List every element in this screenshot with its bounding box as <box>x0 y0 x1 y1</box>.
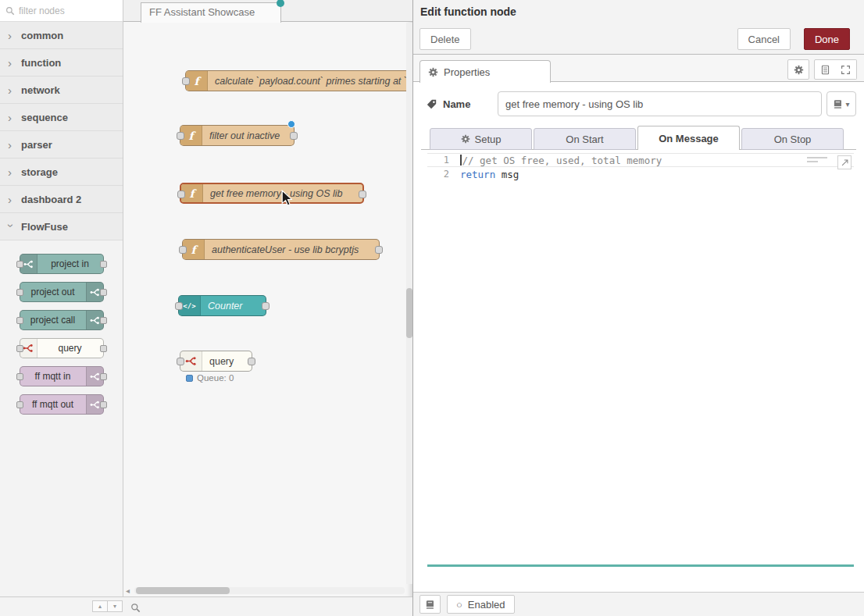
flow-node-calculate-primes[interactable]: f calculate `payload.count` primes start… <box>185 70 412 91</box>
status-dot-icon <box>186 375 193 382</box>
editor-resize-bar[interactable] <box>427 564 854 567</box>
mouse-cursor <box>281 190 292 207</box>
palette-node-label: query <box>37 343 103 354</box>
tab-label: Setup <box>475 134 502 145</box>
tab-label: On Message <box>659 133 719 144</box>
node-status: Queue: 0 <box>186 373 234 383</box>
library-button[interactable] <box>420 595 441 614</box>
line-number: 2 <box>427 169 460 180</box>
tray-content: Name ▾ Setup On Start On Message <box>413 82 864 567</box>
palette-category-sequence[interactable]: › sequence <box>0 104 123 131</box>
node-port-stub <box>100 345 107 352</box>
scrollbar-thumb[interactable] <box>406 288 412 338</box>
tray-title: Edit function node <box>420 5 516 18</box>
search-icon <box>5 6 15 16</box>
palette-search-input[interactable] <box>19 5 105 16</box>
enabled-toggle-button[interactable]: ○ Enabled <box>447 595 515 614</box>
node-output-port[interactable] <box>262 302 270 310</box>
palette-node-project-out[interactable]: project out <box>20 282 104 302</box>
document-icon <box>820 65 830 75</box>
tag-icon <box>427 99 437 109</box>
node-port-stub <box>16 345 23 352</box>
edit-node-tray: Edit function node Delete Cancel Done Pr… <box>412 0 864 616</box>
done-button[interactable]: Done <box>804 28 850 50</box>
node-port-stub <box>100 373 107 380</box>
node-status-text: Queue: 0 <box>197 373 234 383</box>
node-input-port[interactable] <box>179 246 187 254</box>
palette-node-project-call[interactable]: project call <box>20 310 104 330</box>
node-output-port[interactable] <box>375 246 383 254</box>
node-palette: › common › function › network › sequence… <box>0 0 123 596</box>
node-port-stub <box>16 401 23 408</box>
zoom-search-icon[interactable] <box>130 600 141 614</box>
code-editor[interactable]: 1 // get OS free, used, total memory 2 r… <box>427 153 854 567</box>
workspace-tab[interactable]: FF Assistant Showcase <box>141 2 281 23</box>
canvas-vertical-scrollbar[interactable] <box>406 23 412 584</box>
code-text: msg <box>495 169 519 180</box>
library-dropdown-button[interactable]: ▾ <box>827 91 856 116</box>
code-line[interactable]: 1 // get OS free, used, total memory <box>427 153 854 167</box>
node-port-stub <box>100 317 107 324</box>
node-input-port[interactable] <box>177 358 184 365</box>
palette-node-label: project in <box>37 258 103 269</box>
palette-node-label: ff mqtt out <box>20 399 86 410</box>
palette-category-network[interactable]: › network <box>0 77 123 104</box>
expand-tray-button[interactable] <box>835 59 857 80</box>
node-output-port[interactable] <box>290 132 298 140</box>
properties-tab[interactable]: Properties <box>420 60 551 83</box>
node-label: Counter <box>201 301 266 312</box>
palette-category-flowfuse[interactable]: › FlowFuse <box>0 213 123 240</box>
palette-scroll-down-button[interactable]: ▾ <box>107 600 123 612</box>
tab-setup[interactable]: Setup <box>430 128 532 150</box>
scrollbar-thumb[interactable] <box>136 587 230 594</box>
code-line[interactable]: 2 return msg <box>427 167 854 181</box>
palette-category-label: dashboard 2 <box>21 194 81 205</box>
flow-node-filter-out-inactive[interactable]: f filter out inactive <box>180 125 295 146</box>
flow-canvas[interactable]: FF Assistant Showcase f calculate `paylo… <box>123 0 412 596</box>
palette-node-ff-mqtt-out[interactable]: ff mqtt out <box>20 394 104 415</box>
node-input-port[interactable] <box>177 132 184 140</box>
tab-on-stop[interactable]: On Stop <box>741 128 844 150</box>
scroll-left-arrow[interactable]: ◂ <box>126 587 130 595</box>
palette-node-query[interactable]: query <box>20 338 104 358</box>
palette-category-dashboard-2[interactable]: › dashboard 2 <box>0 186 123 213</box>
name-label-text: Name <box>443 98 470 110</box>
node-input-port[interactable] <box>175 302 183 310</box>
node-name-input[interactable] <box>498 91 822 116</box>
node-description-button[interactable] <box>814 59 836 80</box>
palette-search-box[interactable] <box>0 0 123 22</box>
palette-category-storage[interactable]: › storage <box>0 158 123 186</box>
flow-node-authenticate-user[interactable]: f authenticateUser - use lib bcryptjs <box>182 239 380 260</box>
palette-node-ff-mqtt-in[interactable]: ff mqtt in <box>20 366 104 386</box>
node-port-stub <box>16 289 23 296</box>
palette-category-function[interactable]: › function <box>0 49 123 77</box>
tab-on-start[interactable]: On Start <box>534 128 636 150</box>
workspace-tab-label: FF Assistant Showcase <box>149 6 255 18</box>
palette-category-parser[interactable]: › parser <box>0 131 123 158</box>
canvas-horizontal-scrollbar[interactable] <box>134 587 405 594</box>
node-output-port[interactable] <box>248 358 255 365</box>
node-port-stub <box>16 261 23 268</box>
flow-node-get-free-memory[interactable]: f get free memory - using OS lib <box>180 183 364 204</box>
node-output-port[interactable] <box>359 190 366 198</box>
node-input-port[interactable] <box>182 77 190 85</box>
palette-category-label: network <box>21 84 60 96</box>
editor-minimap <box>807 157 827 165</box>
cancel-button[interactable]: Cancel <box>737 28 791 50</box>
palette-scroll-up-button[interactable]: ▴ <box>92 600 108 612</box>
palette-category-common[interactable]: › common <box>0 22 123 49</box>
node-changed-dot <box>287 120 295 128</box>
palette-node-project-in[interactable]: project in <box>20 254 104 274</box>
node-input-port[interactable] <box>177 190 185 198</box>
delete-button[interactable]: Delete <box>420 28 471 50</box>
flow-node-query[interactable]: query <box>180 351 252 372</box>
node-red-editor: › common › function › network › sequence… <box>0 0 864 616</box>
code-comment: // get OS free, used, total memory <box>462 155 662 166</box>
flow-node-counter[interactable]: </> Counter <box>178 295 266 316</box>
node-label: query <box>202 356 252 367</box>
node-settings-button[interactable] <box>787 59 809 80</box>
name-label: Name <box>421 98 498 110</box>
tab-on-message[interactable]: On Message <box>637 126 740 150</box>
editor-expand-button[interactable] <box>837 155 852 169</box>
workspace-tab-bar: FF Assistant Showcase <box>123 0 412 22</box>
